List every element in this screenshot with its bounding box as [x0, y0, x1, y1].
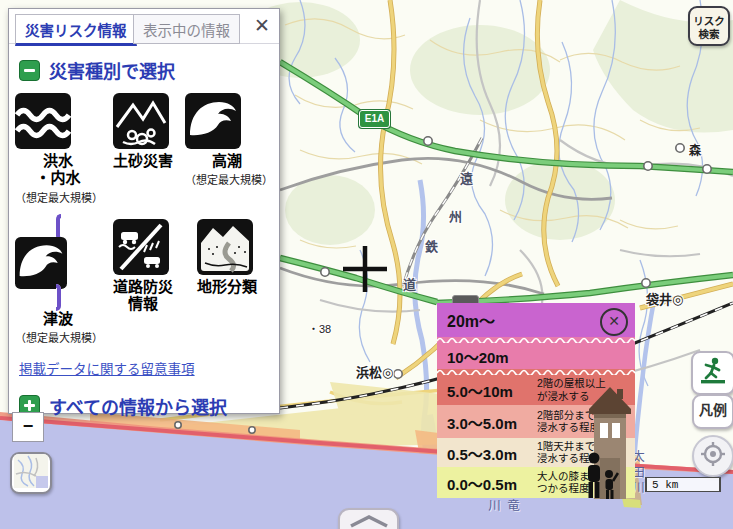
tsunami-icon — [15, 214, 101, 311]
disaster-type-storm-surge[interactable]: 高潮 （想定最大規模） — [185, 93, 269, 205]
evacuation-site-button[interactable] — [691, 351, 733, 395]
disaster-type-landslide[interactable]: 土砂災害 — [113, 93, 173, 205]
map-scale-bar: 5 km — [645, 477, 721, 492]
section-select-from-all[interactable]: すべての情報から選択 — [19, 393, 279, 419]
road-disaster-icon — [113, 219, 173, 275]
railway-label-char: 鉄 — [425, 236, 438, 255]
elevation-point-label: ・38 — [308, 320, 331, 336]
section-title: すべての情報から選択 — [49, 393, 227, 419]
town-label-mori: 森 — [689, 141, 701, 158]
legend-row: 20m〜 ✕ — [437, 303, 635, 337]
disaster-type-landform[interactable]: 地形分類 — [197, 219, 257, 345]
running-person-icon — [698, 356, 728, 386]
current-location-button[interactable] — [692, 435, 733, 477]
section-select-by-disaster-type[interactable]: 災害種別で選択 — [19, 57, 279, 83]
gps-crosshair-icon — [700, 441, 726, 467]
legend-close-icon[interactable]: ✕ — [600, 308, 628, 336]
disaster-type-grid-row2: 津波 （想定最大規模） 道路防災情報 — [15, 219, 275, 345]
landform-icon — [197, 219, 257, 275]
overview-map-button[interactable] — [10, 452, 52, 494]
disaster-type-grid-row1: 洪水・内水 （想定最大規模） 土砂災害 高潮 （想定最大規模） — [15, 93, 275, 205]
chevron-up-icon — [347, 514, 391, 528]
disaster-risk-panel: 災害リスク情報 表示中の情報 ✕ 災害種別で選択 洪水・内水 （想定最大規模） — [8, 8, 280, 414]
risk-search-button[interactable]: リスク 検索 — [688, 6, 730, 46]
legend-toggle-button[interactable]: 凡例 — [692, 394, 733, 429]
legend-range: 3.0〜5.0m — [447, 411, 517, 432]
close-icon[interactable]: ✕ — [254, 15, 270, 37]
railway-label-char: 州 — [449, 206, 462, 225]
adult-and-child-figures — [583, 452, 619, 500]
legend-range: 20m〜 — [447, 308, 495, 332]
legend-range: 0.0〜0.5m — [447, 472, 517, 493]
tab-displayed-info[interactable]: 表示中の情報 — [133, 14, 240, 44]
collapse-icon[interactable] — [19, 60, 40, 81]
footer-expand-button[interactable] — [338, 508, 399, 529]
minimap-icon — [14, 454, 48, 488]
data-notes-link[interactable]: 掲載データに関する留意事項 — [19, 358, 195, 378]
section-title: 災害種別で選択 — [49, 57, 175, 83]
zoom-out-button[interactable]: − — [12, 412, 44, 442]
railway-label-char: 道 — [403, 274, 416, 293]
tsunami-depth-legend: 20m〜 ✕ 10〜20m 5.0〜10m 2階の屋根以上が浸水する 3.0〜5… — [437, 303, 635, 498]
city-label-fukuroi: 袋井◎ — [646, 289, 683, 308]
flood-icon — [15, 93, 101, 149]
storm-surge-icon — [185, 93, 269, 149]
tab-disaster-risk-info[interactable]: 災害リスク情報 — [15, 14, 137, 46]
legend-range: 5.0〜10m — [447, 380, 513, 401]
disaster-type-road-disaster[interactable]: 道路防災情報 — [113, 219, 173, 345]
disaster-type-flood[interactable]: 洪水・内水 （想定最大規模） — [15, 93, 101, 205]
legend-row: 10〜20m — [437, 343, 635, 369]
city-label-hamamatsu: 浜松◎ — [356, 362, 393, 381]
disaster-type-tsunami[interactable]: 津波 （想定最大規模） — [15, 219, 101, 345]
river-label-tenryu: 竜川 — [484, 499, 522, 529]
legend-range: 0.5〜3.0m — [447, 442, 517, 463]
legend-range: 10〜20m — [447, 346, 509, 367]
expressway-badge-e1a: E1A — [359, 110, 390, 128]
landslide-icon — [113, 93, 173, 149]
railway-label-char: 遠 — [460, 168, 473, 187]
panel-tabbar: 災害リスク情報 表示中の情報 ✕ — [9, 9, 279, 44]
